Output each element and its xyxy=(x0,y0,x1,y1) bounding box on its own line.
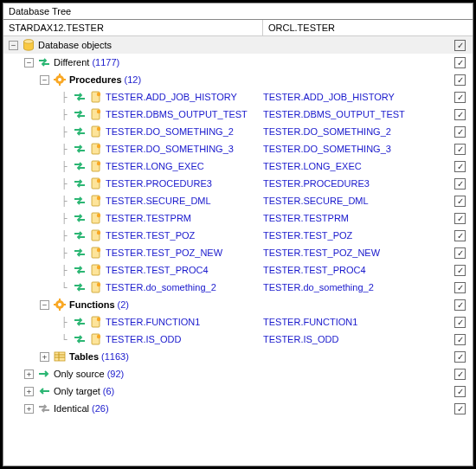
tree-row[interactable]: +Identical (26)✓ xyxy=(3,400,473,417)
node-link[interactable]: TESTER.PROCEDURE3 xyxy=(106,178,212,189)
tree-row[interactable]: +Only source (92)✓ xyxy=(3,365,473,382)
tree-row[interactable]: └TESTER.IS_ODDTESTER.IS_ODD✓ xyxy=(3,331,473,348)
checkbox[interactable]: ✓ xyxy=(454,403,466,414)
tree-row[interactable]: −Procedures (12)✓ xyxy=(3,71,473,88)
checkbox[interactable]: ✓ xyxy=(454,351,466,363)
node-link[interactable]: TESTER.LONG_EXEC xyxy=(106,161,204,171)
checkbox[interactable]: ✓ xyxy=(454,213,466,224)
svg-point-9 xyxy=(97,93,100,96)
checkbox[interactable]: ✓ xyxy=(454,92,466,103)
count-label: (2) xyxy=(118,299,129,310)
node-link[interactable]: TESTER.DO_SOMETHING_2 xyxy=(106,126,234,137)
checkbox[interactable]: ✓ xyxy=(454,317,466,328)
tree-row[interactable]: −Database objects✓ xyxy=(3,36,473,54)
checkbox[interactable]: ✓ xyxy=(454,299,466,311)
tree-row[interactable]: ├TESTER.ADD_JOB_HISTORYTESTER.ADD_JOB_HI… xyxy=(3,88,473,106)
checkbox[interactable]: ✓ xyxy=(454,57,466,68)
right-link[interactable]: TESTER.TEST_POZ_NEW xyxy=(263,247,436,258)
right-link[interactable]: TESTER.FUNCTION1 xyxy=(263,317,436,327)
tree-row[interactable]: −Different (1177)✓ xyxy=(3,54,473,71)
expand-icon[interactable]: + xyxy=(24,387,34,396)
checkbox[interactable]: ✓ xyxy=(454,178,466,190)
right-link[interactable]: TESTER.DBMS_OUTPUT_TEST xyxy=(263,109,436,119)
checkbox[interactable]: ✓ xyxy=(454,74,466,86)
panel-title: Database Tree xyxy=(3,3,473,20)
checkbox[interactable]: ✓ xyxy=(454,247,466,259)
checkbox[interactable]: ✓ xyxy=(454,161,466,172)
tree-row[interactable]: −Functions (2)✓ xyxy=(3,296,473,313)
tree-row[interactable]: ├TESTER.DO_SOMETHING_3TESTER.DO_SOMETHIN… xyxy=(3,140,473,157)
tree-row[interactable]: ├TESTER.TEST_POZ_NEWTESTER.TEST_POZ_NEW✓ xyxy=(3,244,473,261)
right-link[interactable]: TESTER.DO_SOMETHING_3 xyxy=(263,144,436,154)
right-link[interactable]: TESTER.TESTPRM xyxy=(263,213,436,223)
checkbox[interactable]: ✓ xyxy=(454,40,466,51)
diff-arrows-icon xyxy=(73,280,87,294)
svg-point-33 xyxy=(58,303,61,306)
svg-point-17 xyxy=(97,162,100,165)
count-label: (92) xyxy=(107,369,125,379)
right-link[interactable]: TESTER.LONG_EXEC xyxy=(263,161,436,171)
node-link[interactable]: TESTER.TEST_PROC4 xyxy=(106,265,209,275)
tree-row[interactable]: ├TESTER.DO_SOMETHING_2TESTER.DO_SOMETHIN… xyxy=(3,123,473,140)
node-link[interactable]: TESTER.DO_SOMETHING_3 xyxy=(106,144,234,154)
tree-row[interactable]: ├TESTER.DBMS_OUTPUT_TESTTESTER.DBMS_OUTP… xyxy=(3,106,473,123)
node-link[interactable]: TESTER.TEST_POZ xyxy=(106,230,195,241)
svg-point-41 xyxy=(97,335,100,338)
expand-icon[interactable]: + xyxy=(24,369,34,379)
checkbox[interactable]: ✓ xyxy=(454,109,466,120)
node-link[interactable]: TESTER.ADD_JOB_HISTORY xyxy=(106,92,237,102)
tree-row[interactable]: ├TESTER.FUNCTION1TESTER.FUNCTION1✓ xyxy=(3,313,473,331)
right-link[interactable]: TESTER.TEST_POZ xyxy=(263,230,436,241)
expand-icon[interactable]: + xyxy=(24,404,34,414)
header-left: STARDAX12.TESTER xyxy=(3,20,263,35)
checkbox[interactable]: ✓ xyxy=(454,369,466,380)
right-link[interactable]: TESTER.PROCEDURE3 xyxy=(263,178,436,189)
expand-icon[interactable]: + xyxy=(40,352,49,362)
node-link[interactable]: TESTER.SECURE_DML xyxy=(106,196,211,206)
node-label: Only target xyxy=(54,386,100,396)
checkbox[interactable]: ✓ xyxy=(454,144,466,155)
gear-icon xyxy=(53,298,67,312)
node-link[interactable]: TESTER.TESTPRM xyxy=(106,213,191,223)
diff-arrows-icon xyxy=(73,142,87,156)
node-link[interactable]: TESTER.DBMS_OUTPUT_TEST xyxy=(106,109,248,119)
checkbox[interactable]: ✓ xyxy=(454,126,466,138)
tree-row[interactable]: ├TESTER.LONG_EXECTESTER.LONG_EXEC✓ xyxy=(3,157,473,175)
node-link[interactable]: TESTER.FUNCTION1 xyxy=(106,317,200,327)
svg-point-31 xyxy=(97,283,100,286)
node-link[interactable]: TESTER.TEST_POZ_NEW xyxy=(106,247,222,258)
checkbox[interactable]: ✓ xyxy=(454,196,466,207)
diff-arrows-icon xyxy=(73,125,87,138)
collapse-icon[interactable]: − xyxy=(40,75,49,85)
document-icon xyxy=(89,159,103,173)
right-link[interactable]: TESTER.ADD_JOB_HISTORY xyxy=(263,92,436,102)
checkbox[interactable]: ✓ xyxy=(454,386,466,397)
document-icon xyxy=(89,263,103,277)
tree-row[interactable]: ├TESTER.TESTPRMTESTER.TESTPRM✓ xyxy=(3,209,473,227)
right-link[interactable]: TESTER.SECURE_DML xyxy=(263,196,436,206)
collapse-icon[interactable]: − xyxy=(40,300,49,310)
right-link[interactable]: TESTER.IS_ODD xyxy=(263,334,436,344)
checkbox[interactable]: ✓ xyxy=(454,334,466,345)
tree-row[interactable]: ├TESTER.TEST_POZTESTER.TEST_POZ✓ xyxy=(3,227,473,244)
checkbox[interactable]: ✓ xyxy=(454,282,466,293)
collapse-icon[interactable]: − xyxy=(24,58,34,67)
tree-row[interactable]: ├TESTER.PROCEDURE3TESTER.PROCEDURE3✓ xyxy=(3,175,473,192)
node-link[interactable]: TESTER.IS_ODD xyxy=(106,334,181,344)
checkbox[interactable]: ✓ xyxy=(454,265,466,276)
tables-icon xyxy=(53,350,67,363)
tree-row[interactable]: ├TESTER.SECURE_DMLTESTER.SECURE_DML✓ xyxy=(3,192,473,209)
right-link[interactable]: TESTER.TEST_PROC4 xyxy=(263,265,436,275)
tree-row[interactable]: +Only target (6)✓ xyxy=(3,382,473,400)
svg-point-29 xyxy=(97,266,100,269)
node-link[interactable]: TESTER.do_something_2 xyxy=(106,282,216,292)
right-link[interactable]: TESTER.do_something_2 xyxy=(263,282,436,292)
tree-row[interactable]: ├TESTER.TEST_PROC4TESTER.TEST_PROC4✓ xyxy=(3,261,473,279)
right-link[interactable]: TESTER.DO_SOMETHING_2 xyxy=(263,126,436,137)
tree-row[interactable]: └TESTER.do_something_2TESTER.do_somethin… xyxy=(3,279,473,296)
checkbox[interactable]: ✓ xyxy=(454,230,466,241)
tree-row[interactable]: +Tables (1163)✓ xyxy=(3,348,473,365)
svg-point-23 xyxy=(97,214,100,217)
diff-arrows-icon xyxy=(73,332,87,346)
collapse-icon[interactable]: − xyxy=(9,41,18,50)
